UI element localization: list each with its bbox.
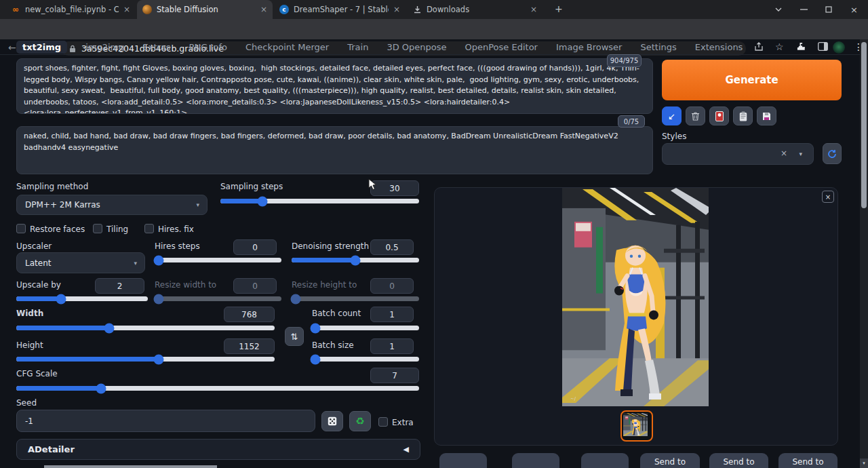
slider-handle[interactable] xyxy=(310,323,320,333)
batch-count-slider[interactable] xyxy=(312,326,419,330)
prompt-input[interactable]: sport shoes, fighter, fight, fight Glove… xyxy=(16,58,653,114)
tab-close-icon[interactable]: × xyxy=(393,5,400,14)
swap-width-height-button[interactable]: ⇅ xyxy=(285,327,304,346)
extensions-puzzle-icon[interactable] xyxy=(797,42,806,52)
browser-tab-colab[interactable]: ∞ new_colab_file.ipynb - Colaborat × xyxy=(5,0,136,19)
tab-settings[interactable]: Settings xyxy=(640,42,676,52)
tab-extensions[interactable]: Extensions xyxy=(695,42,743,52)
cfg-scale-slider[interactable] xyxy=(16,386,419,391)
save-button[interactable] xyxy=(439,453,487,468)
window-maximize-button[interactable] xyxy=(825,6,832,13)
batch-size-slider[interactable] xyxy=(312,357,419,362)
tab-checkpoint-merger[interactable]: Checkpoint Merger xyxy=(245,42,329,52)
send-to-img2img-button[interactable]: Send to xyxy=(640,453,700,468)
hires-steps-value[interactable] xyxy=(233,239,277,255)
width-value[interactable] xyxy=(224,307,275,322)
slider-handle[interactable] xyxy=(56,294,66,304)
adetailer-accordion[interactable]: ADetailer ◀ xyxy=(16,439,420,460)
window-minimize-button[interactable] xyxy=(800,9,808,10)
slider-handle[interactable] xyxy=(153,294,163,304)
upscale-by-value[interactable] xyxy=(95,278,144,294)
height-label: Height xyxy=(16,340,43,350)
slider-handle[interactable] xyxy=(153,354,163,364)
tab-3d-openpose[interactable]: 3D Openpose xyxy=(387,42,446,52)
save-style-button[interactable] xyxy=(757,106,776,125)
resize-height-slider[interactable] xyxy=(292,296,419,301)
scroll-down-arrow[interactable]: ▾ xyxy=(860,459,868,468)
scrollbar-thumb[interactable] xyxy=(861,42,867,208)
browser-tab-downloads[interactable]: Downloads × xyxy=(407,0,542,19)
reuse-seed-button[interactable]: ♻ xyxy=(349,411,371,431)
sampling-method-dropdown[interactable]: DPM++ 2M Karras ▾ xyxy=(16,195,208,215)
send-to-extras-button[interactable]: Send to xyxy=(778,453,837,468)
tab-openpose-editor[interactable]: OpenPose Editor xyxy=(465,42,538,52)
tab-close-icon[interactable]: × xyxy=(530,5,537,14)
resize-height-value[interactable] xyxy=(370,278,414,294)
denoising-slider[interactable] xyxy=(292,258,419,262)
generated-image[interactable] xyxy=(562,188,709,406)
slider-handle[interactable] xyxy=(290,294,300,304)
tab-search-chevron-icon[interactable] xyxy=(774,5,783,14)
read-params-button[interactable]: ↙ xyxy=(662,106,682,125)
close-image-button[interactable]: × xyxy=(822,191,834,203)
restore-faces-checkbox[interactable] xyxy=(16,224,26,233)
clear-styles-icon[interactable]: × xyxy=(781,149,787,158)
negative-prompt-input[interactable]: naked, child, bad hand, bad draw, bad dr… xyxy=(16,126,653,174)
styles-dropdown[interactable]: × ▾ xyxy=(662,143,814,165)
gallery-thumbnail-selected[interactable] xyxy=(620,410,653,442)
clear-prompt-button[interactable] xyxy=(686,106,705,125)
slider-handle[interactable] xyxy=(96,383,106,393)
bookmark-star-icon[interactable]: ☆ xyxy=(775,42,784,52)
clipboard-icon xyxy=(739,111,747,121)
tab-close-icon[interactable]: × xyxy=(260,5,267,14)
batch-size-value[interactable] xyxy=(370,338,414,354)
browser-tab-stable-diffusion[interactable]: Stable Diffusion × xyxy=(137,0,273,19)
tab-image-browser[interactable]: Image Browser xyxy=(556,42,623,52)
sampling-steps-slider[interactable] xyxy=(220,199,419,203)
swap-arrows-icon: ⇅ xyxy=(291,332,298,342)
chevron-down-icon[interactable]: ▾ xyxy=(799,151,802,157)
open-folder-button[interactable] xyxy=(581,453,629,468)
tab-train[interactable]: Train xyxy=(347,42,368,52)
side-panel-icon[interactable] xyxy=(818,42,828,51)
zip-button[interactable] xyxy=(512,453,559,468)
profile-avatar[interactable] xyxy=(833,41,845,54)
window-close-button[interactable]: × xyxy=(850,5,858,15)
generate-button[interactable]: Generate xyxy=(662,60,842,100)
browser-tab-dreamshaper[interactable]: c DreamShaper - 7 | Stable Diffusio × xyxy=(274,0,406,19)
new-tab-button[interactable]: + xyxy=(555,3,563,14)
extra-seed-checkbox[interactable] xyxy=(378,417,388,427)
resize-width-value[interactable] xyxy=(233,278,277,294)
refresh-styles-button[interactable] xyxy=(823,143,842,164)
tab-extras[interactable]: Extras xyxy=(143,42,171,52)
sampling-method-label: Sampling method xyxy=(16,182,88,191)
height-value[interactable] xyxy=(224,338,275,354)
slider-handle[interactable] xyxy=(351,255,361,265)
upscale-by-slider[interactable] xyxy=(16,296,148,301)
batch-count-value[interactable] xyxy=(370,307,414,322)
resize-width-slider[interactable] xyxy=(155,296,281,301)
send-to-inpaint-button[interactable]: Send to xyxy=(709,453,768,468)
height-slider[interactable] xyxy=(16,357,275,362)
tab-png-info[interactable]: PNG Info xyxy=(189,42,227,52)
back-icon[interactable]: ← xyxy=(8,43,16,52)
hires-steps-slider[interactable] xyxy=(155,258,281,262)
width-slider[interactable] xyxy=(16,326,275,330)
slider-handle[interactable] xyxy=(310,354,320,364)
slider-handle[interactable] xyxy=(104,323,115,333)
hires-fix-checkbox[interactable] xyxy=(144,224,154,233)
tab-txt2img[interactable]: txt2img xyxy=(16,41,67,54)
slider-handle[interactable] xyxy=(153,255,163,265)
random-seed-button[interactable] xyxy=(321,411,343,431)
cfg-scale-value[interactable] xyxy=(370,368,419,383)
tiling-checkbox[interactable] xyxy=(93,224,102,233)
upscaler-dropdown[interactable]: Latent ▾ xyxy=(16,252,145,273)
tab-img2img[interactable]: img2img xyxy=(85,42,124,52)
tab-close-icon[interactable]: × xyxy=(123,5,130,14)
slider-handle[interactable] xyxy=(257,196,267,206)
seed-input[interactable] xyxy=(16,410,315,432)
extra-networks-button[interactable] xyxy=(709,106,729,125)
share-icon[interactable] xyxy=(754,42,764,52)
denoising-value[interactable] xyxy=(370,239,414,255)
apply-style-button[interactable] xyxy=(733,106,753,125)
